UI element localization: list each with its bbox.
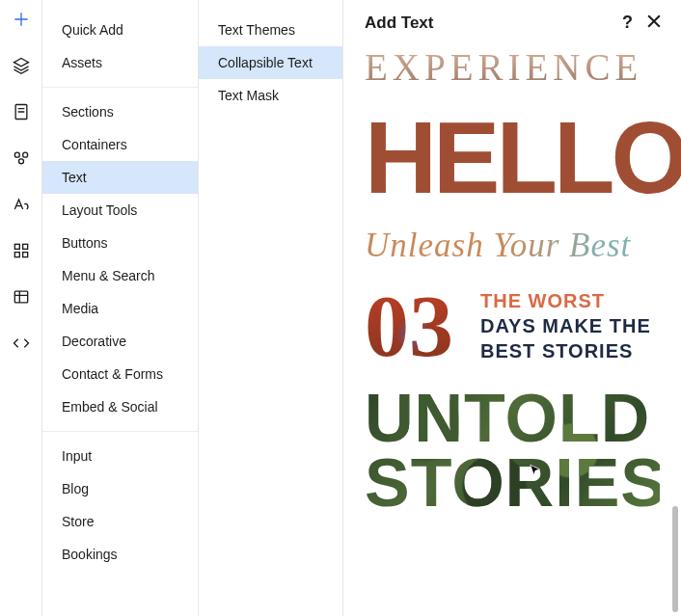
preview-panel: Add Text ? EXPERIENCE HELLO Unleash Your…	[343, 0, 681, 616]
subcategory-collapsible-text[interactable]: Collapsible Text	[199, 46, 342, 79]
apps-icon	[12, 241, 31, 260]
svg-point-1	[14, 152, 19, 157]
category-input[interactable]: Input	[42, 440, 198, 472]
scrollbar-thumb[interactable]	[672, 506, 678, 612]
rail-add[interactable]	[8, 6, 35, 33]
rail-layers[interactable]	[8, 52, 35, 79]
sample-worst-text: THE WORST DAYS MAKE THE BEST STORIES	[480, 288, 651, 363]
rail-text-style[interactable]	[8, 191, 35, 218]
sample-worst-line2b: BEST STORIES	[480, 338, 651, 363]
pages-icon	[12, 102, 31, 121]
people-icon	[12, 148, 31, 168]
sample-untold-stories[interactable]: UNTOLD STORIES	[365, 387, 660, 515]
category-contact-forms[interactable]: Contact & Forms	[42, 358, 198, 390]
category-group-0: Quick Add Assets	[42, 13, 198, 88]
svg-rect-5	[22, 244, 27, 249]
category-store[interactable]: Store	[42, 505, 198, 538]
category-decorative[interactable]: Decorative	[42, 325, 198, 358]
svg-rect-6	[14, 253, 19, 257]
header-actions: ?	[622, 12, 664, 34]
category-layout-tools[interactable]: Layout Tools	[42, 194, 198, 227]
category-assets[interactable]: Assets	[42, 46, 198, 79]
sample-worst-days[interactable]: 03 THE WORST DAYS MAKE THE BEST STORIES	[365, 288, 660, 363]
close-icon	[644, 12, 664, 31]
sample-number-03: 03	[365, 291, 453, 362]
category-quick-add[interactable]: Quick Add	[42, 13, 198, 46]
preview-body[interactable]: EXPERIENCE HELLO Unleash Your Best 03 TH…	[343, 43, 681, 616]
category-text[interactable]: Text	[42, 161, 198, 194]
help-button[interactable]: ?	[622, 13, 633, 33]
category-buttons[interactable]: Buttons	[42, 227, 198, 259]
rail-pages[interactable]	[8, 98, 35, 125]
sample-untold-line1: UNTOLD	[365, 387, 660, 451]
sample-worst-line2a: DAYS MAKE THE	[480, 313, 651, 338]
sample-unleash[interactable]: Unleash Your Best	[365, 227, 660, 265]
subcategories-column: Text Themes Collapsible Text Text Mask	[199, 0, 343, 616]
category-menu-search[interactable]: Menu & Search	[42, 259, 198, 292]
subcategory-text-themes[interactable]: Text Themes	[199, 13, 342, 46]
category-media[interactable]: Media	[42, 292, 198, 325]
svg-rect-7	[22, 253, 27, 257]
text-style-icon	[12, 195, 31, 214]
category-sections[interactable]: Sections	[42, 95, 198, 128]
category-embed-social[interactable]: Embed & Social	[42, 390, 198, 423]
icon-rail	[0, 0, 42, 616]
close-button[interactable]	[644, 12, 664, 34]
svg-rect-8	[14, 291, 27, 303]
svg-point-2	[22, 152, 27, 157]
svg-rect-4	[14, 244, 19, 249]
svg-point-3	[18, 159, 23, 164]
category-group-2: Input Blog Store Bookings	[42, 440, 198, 578]
categories-column: Quick Add Assets Sections Containers Tex…	[42, 0, 199, 616]
sample-worst-line1: THE WORST	[480, 288, 651, 313]
dev-icon	[12, 334, 31, 353]
category-group-1: Sections Containers Text Layout Tools Bu…	[42, 95, 198, 432]
sample-experience[interactable]: EXPERIENCE	[365, 45, 660, 89]
sample-untold-line2: STORIES	[365, 451, 660, 516]
layers-icon	[12, 56, 31, 75]
panel-title: Add Text	[365, 13, 433, 33]
preview-header: Add Text ?	[343, 0, 681, 43]
category-bookings[interactable]: Bookings	[42, 538, 198, 571]
category-containers[interactable]: Containers	[42, 128, 198, 161]
add-icon	[12, 10, 31, 29]
sample-hello[interactable]: HELLO	[365, 112, 654, 203]
rail-data[interactable]	[8, 283, 35, 310]
rail-dev[interactable]	[8, 330, 35, 357]
data-icon	[12, 287, 31, 307]
rail-apps[interactable]	[8, 237, 35, 264]
subcategory-text-mask[interactable]: Text Mask	[199, 79, 342, 112]
rail-people[interactable]	[8, 145, 35, 172]
category-blog[interactable]: Blog	[42, 472, 198, 505]
